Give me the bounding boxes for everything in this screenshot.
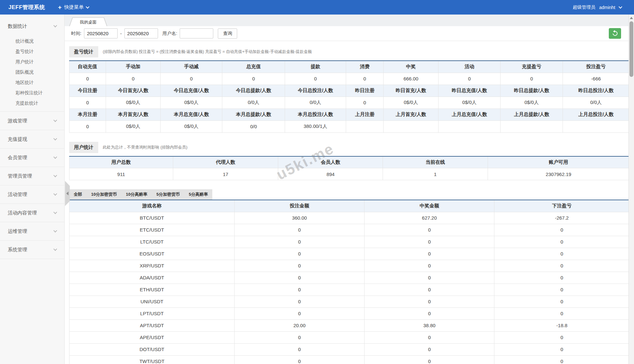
profit-header-cell: 今日总投注/人数 [285,85,346,97]
game-tab-crypto-10min[interactable]: 10分加密货币 [87,189,121,200]
sidebar-section-toggle-admin-management[interactable]: 管理员管理 [0,167,64,185]
time-to-input[interactable] [124,28,158,38]
sidebar-item-lottery-bet-stats[interactable]: 彩种投注统计 [0,88,64,98]
sidebar-item-region-stats[interactable]: 地区统计 [0,77,64,88]
profit-header-cell: 上月总投注/人数 [563,109,629,120]
profit-value-cell [501,120,563,132]
refresh-button[interactable] [609,28,621,39]
quick-menu-button[interactable]: + 快捷菜单 [58,4,89,10]
sidebar-section-toggle-member-management[interactable]: 会员管理 [0,149,64,167]
game-cell: TWT/USDT [69,355,235,364]
game-cell: ETC/USDT [69,224,235,236]
profit-header-cell: 提款 [285,61,346,73]
refresh-icon [611,30,618,37]
sidebar-item-user-stats[interactable]: 用户统计 [0,57,64,67]
game-cell: 0 [235,272,365,284]
game-cell: 0 [494,343,629,355]
game-tab-high-odds-5min[interactable]: 5分高赔率 [184,189,212,200]
game-row: XRP/USDT000 [69,260,629,272]
sidebar-section-game-management: 游戏管理 [0,112,64,130]
game-cell: 0 [365,331,494,343]
topbar: JEFF管理系统 + 快捷菜单 超级管理员 adminht [0,0,634,15]
game-cell: EOS/USDT [69,248,235,260]
username-label: 用户名: [163,31,177,36]
profit-table: 自动充值手动加手动减总充值提款消费中奖活动充提盈亏投注盈亏000000666.0… [69,60,629,133]
game-row: ETH/USDT000 [69,284,629,296]
chevron-down-icon [53,24,57,27]
scrollbar-thumb[interactable] [629,21,633,77]
sidebar-item-stats-overview[interactable]: 统计概况 [0,36,64,46]
scroll-up-icon[interactable] [630,17,633,19]
game-cell: 627.20 [365,212,494,224]
profit-value-cell: 0/0人 [222,97,285,109]
chevron-down-icon [53,192,57,195]
game-cell: DOT/USDT [69,343,235,355]
chevron-down-icon [618,5,622,8]
game-row: LPT/USDT000 [69,307,629,319]
game-header-cell: 下注盈亏 [494,200,629,212]
profit-value-cell [563,120,629,132]
game-cell: 0 [235,355,365,364]
tab-my-desktop[interactable]: 我的桌面 [69,17,107,26]
game-cell: 0 [235,224,365,236]
chevron-down-icon [53,210,57,214]
game-cell: 0 [494,307,629,319]
user-value-cell: 17 [173,168,278,180]
sidebar-section-toggle-game-management[interactable]: 游戏管理 [0,112,64,130]
sidebar-section-toggle-activity-content-management[interactable]: 活动内容管理 [0,204,64,222]
game-tab-high-odds-10min[interactable]: 10分高赔率 [121,189,152,200]
profit-value-cell: 0 [69,97,106,109]
sidebar-section-toggle-recharge-withdraw[interactable]: 充值提现 [0,130,64,148]
vertical-scrollbar[interactable] [629,15,634,364]
account-menu[interactable]: 超级管理员 adminht [573,5,634,10]
chevron-down-icon [53,229,57,232]
game-cell: 0 [494,331,629,343]
game-cell: -18.8 [494,319,629,331]
chevron-down-icon [53,137,57,140]
sidebar-section-toggle-system-management[interactable]: 系统管理 [0,241,64,259]
game-tab-crypto-5min[interactable]: 5分加密货币 [152,189,184,200]
sidebar-section-toggle-activity-management[interactable]: 活动管理 [0,185,64,203]
query-button[interactable]: 查询 [218,28,237,39]
sidebar-section-system-management: 系统管理 [0,241,64,259]
profit-value-cell: 0 [346,97,384,109]
username-input[interactable] [180,28,213,38]
profit-value-cell: 0$/0人 [384,97,439,109]
sidebar-section-toggle-data-stats[interactable]: 数据统计 [0,17,64,35]
profit-header-cell: 昨日首充/人数 [384,85,439,97]
sidebar-item-team-overview[interactable]: 团队概况 [0,67,64,77]
sidebar-section-activity-content-management: 活动内容管理 [0,204,64,222]
sidebar-section-member-management: 会员管理 [0,149,64,167]
game-cell: 0 [235,260,365,272]
user-header-cell: 用户总数 [69,156,173,168]
sidebar-section-label: 游戏管理 [8,118,27,124]
dashboard-content: 盈亏统计 (排除内部会员数据) 投注盈亏 = (投注消费金额-返奖金额) 充提盈… [65,41,634,364]
time-label: 时间: [71,31,81,36]
sidebar-item-profit-stats[interactable]: 盈亏统计 [0,46,64,57]
game-cell: UNI/USDT [69,296,235,307]
sidebar-item-deposit-withdraw-stats[interactable]: 充提款统计 [0,98,64,108]
sidebar-section-toggle-ops-management[interactable]: 运维管理 [0,222,64,240]
profit-header-cell: 本月总充值/人数 [161,109,222,120]
profit-section-note: (排除内部会员数据) 投注盈亏 = (投注消费金额-返奖金额) 充提盈亏 = 自… [103,49,312,57]
tab-my-desktop-label[interactable]: 我的桌面 [69,18,107,27]
user-header-row: 用户总数代理人数会员人数当前在线账户可用 [69,156,629,168]
profit-value-cell: 0$/0人 [439,97,501,109]
profit-value-cell: 0$/0人 [106,120,161,132]
profit-header-cell: 手动加 [106,61,161,73]
game-table: 游戏名称投注金额中奖金额下注盈亏BTC/USDT360.00627.20-267… [69,200,629,364]
profit-header-cell: 今日总提款/人数 [222,85,285,97]
user-value-cell: 894 [278,168,383,180]
game-cell: 0 [365,272,494,284]
game-tab-all[interactable]: 全部 [69,189,87,200]
time-from-input[interactable] [84,28,118,38]
game-cell: 0 [235,236,365,248]
game-cell: 0 [494,272,629,284]
game-cell: 0 [494,224,629,236]
game-cell: XRP/USDT [69,260,235,272]
profit-value-cell: 0$/0人 [501,97,563,109]
profit-header-cell: 本月注册 [69,109,106,120]
game-cell: ETH/USDT [69,284,235,296]
game-row: ADA/USDT000 [69,272,629,284]
game-cell: 0 [235,284,365,296]
